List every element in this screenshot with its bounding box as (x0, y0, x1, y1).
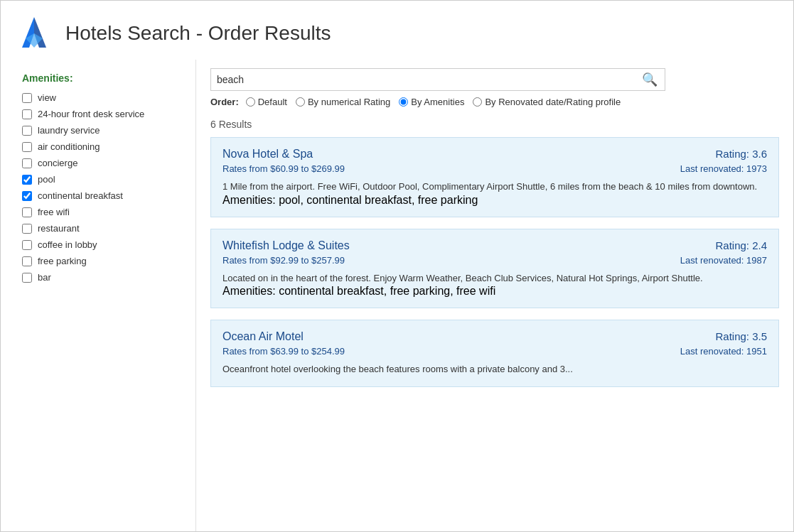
amenity-item-free-parking: free parking (22, 256, 181, 266)
page-title: Hotels Search - Order Results (65, 22, 331, 45)
search-area: 🔍 Order: DefaultBy numerical RatingBy Am… (196, 60, 793, 113)
order-label: Order: (210, 97, 239, 107)
hotel-name-1[interactable]: Whitefish Lodge & Suites (222, 239, 350, 252)
hotels-list: Nova Hotel & SpaRating: 3.6Rates from $6… (210, 137, 779, 387)
order-radio-by-amenities[interactable] (399, 97, 408, 107)
hotel-card-1: Whitefish Lodge & SuitesRating: 2.4Rates… (210, 229, 779, 309)
amenity-label-restaurant: restaurant (38, 223, 80, 234)
hotel-description-0: 1 Mile from the airport. Free WiFi, Outd… (222, 180, 767, 194)
amenity-label-pool: pool (38, 174, 55, 185)
order-options: DefaultBy numerical RatingBy AmenitiesBy… (246, 97, 626, 107)
hotel-card-2: Ocean Air MotelRating: 3.5Rates from $63… (210, 320, 779, 387)
amenity-label-laundry: laundry service (38, 125, 100, 136)
hotel-rates-0: Rates from $60.99 to $269.99 (222, 163, 345, 174)
order-row: Order: DefaultBy numerical RatingBy Amen… (210, 97, 779, 107)
amenity-checkbox-air-conditioning[interactable] (22, 142, 32, 152)
amenity-checkbox-pool[interactable] (22, 175, 32, 185)
hotel-card-0: Nova Hotel & SpaRating: 3.6Rates from $6… (210, 137, 779, 217)
app-window: Hotels Search - Order Results Amenities:… (0, 0, 794, 532)
hotel-card-header-0: Nova Hotel & SpaRating: 3.6 (222, 148, 767, 161)
amenity-item-coffee-lobby: coffee in lobby (22, 239, 181, 250)
amenity-label-air-conditioning: air conditioning (38, 141, 100, 152)
amenity-item-concierge: concierge (22, 158, 181, 168)
search-box: 🔍 (210, 68, 665, 91)
order-option-numerical-rating[interactable]: By numerical Rating (296, 97, 390, 107)
hotel-subheader-0: Rates from $60.99 to $269.99Last renovat… (222, 163, 767, 174)
hotel-rating-0: Rating: 3.6 (715, 148, 767, 160)
amenity-item-pool: pool (22, 174, 181, 185)
order-option-label-renovated-rating: By Renovated date/Rating profile (485, 97, 621, 107)
hotel-renovated-2: Last renovated: 1951 (680, 346, 767, 357)
hotel-rates-1: Rates from $92.99 to $257.99 (222, 255, 345, 266)
amenity-label-bar: bar (38, 272, 51, 283)
app-header: Hotels Search - Order Results (1, 1, 793, 60)
results-count: 6 Results (210, 119, 779, 130)
amenities-list: view24-hour front desk servicelaundry se… (22, 92, 181, 283)
amenity-item-front-desk: 24-hour front desk service (22, 109, 181, 119)
amenity-item-view: view (22, 92, 181, 103)
amenity-label-view: view (38, 92, 56, 103)
amenity-checkbox-concierge[interactable] (22, 158, 32, 168)
main-content: Amenities: view24-hour front desk servic… (1, 60, 793, 531)
amenity-checkbox-free-parking[interactable] (22, 256, 32, 266)
hotel-renovated-1: Last renovated: 1987 (680, 255, 767, 266)
amenity-item-restaurant: restaurant (22, 223, 181, 234)
amenity-checkbox-bar[interactable] (22, 273, 32, 283)
hotel-description-2: Oceanfront hotel overlooking the beach f… (222, 362, 767, 376)
amenity-item-bar: bar (22, 272, 181, 283)
amenity-checkbox-restaurant[interactable] (22, 224, 32, 234)
order-option-by-amenities[interactable]: By Amenities (399, 97, 464, 107)
amenity-checkbox-view[interactable] (22, 93, 32, 103)
results-area[interactable]: 6 Results Nova Hotel & SpaRating: 3.6Rat… (196, 113, 793, 531)
hotel-description-1: Located on in the heart of the forest. E… (222, 271, 767, 286)
order-radio-numerical-rating[interactable] (296, 97, 305, 107)
order-option-label-by-amenities: By Amenities (411, 97, 464, 107)
amenity-item-laundry: laundry service (22, 125, 181, 136)
hotel-subheader-2: Rates from $63.99 to $254.99Last renovat… (222, 346, 767, 357)
hotel-card-header-1: Whitefish Lodge & SuitesRating: 2.4 (222, 239, 767, 252)
amenity-label-free-parking: free parking (38, 256, 87, 266)
order-option-label-numerical-rating: By numerical Rating (308, 97, 390, 107)
hotel-rates-2: Rates from $63.99 to $254.99 (222, 346, 345, 357)
hotel-name-0[interactable]: Nova Hotel & Spa (222, 148, 313, 161)
amenity-checkbox-front-desk[interactable] (22, 109, 32, 119)
hotel-subheader-1: Rates from $92.99 to $257.99Last renovat… (222, 255, 767, 266)
app-logo (15, 13, 54, 53)
amenity-checkbox-laundry[interactable] (22, 126, 32, 136)
hotel-renovated-0: Last renovated: 1973 (680, 163, 767, 174)
amenity-item-air-conditioning: air conditioning (22, 141, 181, 152)
amenity-label-continental-breakfast: continental breakfast (38, 190, 123, 201)
order-option-label-default: Default (258, 97, 287, 107)
hotel-rating-1: Rating: 2.4 (715, 239, 767, 251)
amenity-item-continental-breakfast: continental breakfast (22, 190, 181, 201)
hotel-rating-2: Rating: 3.5 (715, 330, 767, 342)
hotel-amenities-text-1: Amenities: continental breakfast, free p… (222, 285, 767, 298)
amenities-heading: Amenities: (22, 72, 181, 84)
amenity-checkbox-continental-breakfast[interactable] (22, 191, 32, 201)
order-option-default[interactable]: Default (246, 97, 287, 107)
order-radio-renovated-rating[interactable] (473, 97, 482, 107)
search-button[interactable]: 🔍 (640, 72, 659, 87)
hotel-card-header-2: Ocean Air MotelRating: 3.5 (222, 330, 767, 343)
order-option-renovated-rating[interactable]: By Renovated date/Rating profile (473, 97, 621, 107)
sidebar: Amenities: view24-hour front desk servic… (1, 60, 196, 531)
amenity-label-coffee-lobby: coffee in lobby (38, 239, 97, 250)
amenity-checkbox-free-wifi[interactable] (22, 207, 32, 217)
hotel-amenities-text-0: Amenities: pool, continental breakfast, … (222, 194, 767, 207)
search-input[interactable] (217, 74, 640, 85)
amenity-label-front-desk: 24-hour front desk service (38, 109, 144, 119)
amenity-label-free-wifi: free wifi (38, 207, 70, 217)
amenity-checkbox-coffee-lobby[interactable] (22, 240, 32, 250)
hotel-name-2[interactable]: Ocean Air Motel (222, 330, 304, 343)
amenity-label-concierge: concierge (38, 158, 77, 168)
right-panel: 🔍 Order: DefaultBy numerical RatingBy Am… (196, 60, 793, 531)
amenity-item-free-wifi: free wifi (22, 207, 181, 217)
order-radio-default[interactable] (246, 97, 255, 107)
